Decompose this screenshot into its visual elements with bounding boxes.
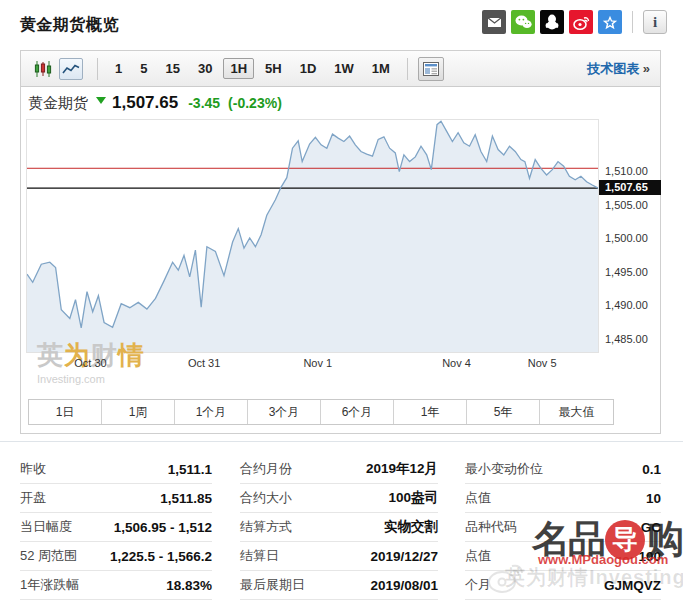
y-tick: 1,485.00	[605, 333, 648, 345]
stat-row: 点值10	[465, 484, 661, 513]
y-tick: 1,490.00	[605, 299, 648, 311]
stat-row: 昨收1,511.1	[20, 455, 212, 484]
stat-label: 结算日	[240, 547, 279, 565]
interval-15[interactable]: 15	[158, 58, 186, 79]
stat-value: GC	[641, 520, 661, 535]
stat-label: 合约月份	[240, 460, 292, 478]
interval-1W[interactable]: 1W	[327, 58, 361, 79]
info-button[interactable]: i	[643, 10, 667, 34]
range-5年[interactable]: 5年	[467, 400, 540, 424]
interval-1[interactable]: 1	[108, 58, 129, 79]
stat-value: 1,506.95 - 1,512	[114, 520, 212, 535]
stat-label: 点值	[465, 489, 491, 507]
stat-value: GJMQVZ	[604, 578, 661, 593]
technical-chart-label: 技术图表	[587, 61, 639, 76]
y-axis-labels: 1,510.001,505.001,500.001,495.001,490.00…	[599, 119, 661, 353]
price-change: -3.45	[188, 95, 220, 111]
x-tick: Nov 1	[303, 357, 332, 369]
last-price: 1,507.65	[112, 93, 178, 113]
stat-value: 1,511.1	[168, 462, 212, 477]
stat-label: 最后展期日	[240, 576, 305, 594]
qq-icon[interactable]	[540, 10, 564, 34]
stats-column-2: 合约月份2019年12月合约大小100盎司结算方式实物交割结算日2019/12/…	[240, 455, 438, 600]
range-1日[interactable]: 1日	[29, 400, 102, 424]
stat-label: 个月	[465, 576, 491, 594]
stat-value: 2019/08/01	[370, 578, 438, 593]
page-title: 黄金期货概览	[20, 15, 119, 36]
stat-label: 最小变动价位	[465, 460, 543, 478]
interval-1D[interactable]: 1D	[293, 58, 324, 79]
stat-label: 1年涨跌幅	[20, 576, 79, 594]
stat-label: 点值	[465, 547, 491, 565]
range-1年[interactable]: 1年	[394, 400, 467, 424]
x-tick: Oct 30	[74, 357, 106, 369]
interval-5[interactable]: 5	[133, 58, 154, 79]
divider	[632, 11, 633, 33]
stat-row: 1年涨跌幅18.83%	[20, 571, 212, 600]
interval-1M[interactable]: 1M	[365, 58, 397, 79]
stat-value: 1,511.85	[160, 491, 212, 506]
email-icon[interactable]	[482, 10, 506, 34]
stat-value: 0.1	[642, 462, 661, 477]
current-price-badge: 1,507.65	[599, 180, 661, 195]
price-down-arrow-icon	[96, 97, 106, 104]
candlestick-chart-icon[interactable]	[31, 58, 55, 80]
divider	[407, 58, 408, 80]
range-6个月[interactable]: 6个月	[321, 400, 394, 424]
page-header: 黄金期货概览 i	[20, 8, 667, 40]
interval-5H[interactable]: 5H	[258, 58, 289, 79]
page: { "page": { "title": "黄金期货概览" }, "share"…	[0, 0, 683, 603]
y-tick: 1,495.00	[605, 266, 648, 278]
y-tick: 1,510.00	[605, 165, 648, 177]
line-chart-icon[interactable]	[59, 58, 83, 80]
range-1周[interactable]: 1周	[102, 400, 175, 424]
news-panel-icon[interactable]	[418, 57, 444, 81]
stat-value: 100	[638, 549, 661, 564]
chevron-right-icon: »	[643, 61, 650, 76]
stat-value: 100盎司	[388, 489, 438, 507]
stat-value: 实物交割	[384, 518, 438, 536]
stat-label: 52 周范围	[20, 547, 77, 565]
stat-row: 最后展期日2019/08/01	[240, 571, 438, 600]
instrument-name: 黄金期货	[28, 94, 88, 113]
stat-label: 开盘	[20, 489, 46, 507]
chart-widget: 1515301H5H1D1W1M 技术图表 » 黄金期货 1,507.65 -3…	[20, 50, 661, 434]
range-1个月[interactable]: 1个月	[175, 400, 248, 424]
interval-1H[interactable]: 1H	[223, 58, 254, 79]
x-tick: Nov 5	[528, 357, 557, 369]
technical-chart-link[interactable]: 技术图表 »	[587, 60, 650, 78]
stat-value: 10	[646, 491, 661, 506]
x-tick: Nov 4	[442, 357, 471, 369]
stat-row: 合约大小100盎司	[240, 484, 438, 513]
range-3个月[interactable]: 3个月	[248, 400, 321, 424]
stats-column-1: 昨收1,511.1开盘1,511.85当日幅度1,506.95 - 1,5125…	[20, 455, 212, 600]
stat-value: 1,225.5 - 1,566.2	[110, 549, 212, 564]
interval-30[interactable]: 30	[191, 58, 219, 79]
range-buttons: 1日1周1个月3个月6个月1年5年最大值	[28, 399, 614, 425]
y-tick: 1,505.00	[605, 199, 648, 211]
wechat-icon[interactable]	[511, 10, 535, 34]
stat-row: 最小变动价位0.1	[465, 455, 661, 484]
stat-row: 52 周范围1,225.5 - 1,566.2	[20, 542, 212, 571]
range-最大值[interactable]: 最大值	[540, 400, 613, 424]
stat-row: 个月GJMQVZ	[465, 571, 661, 600]
y-tick: 1,500.00	[605, 232, 648, 244]
qzone-star-icon[interactable]	[598, 10, 622, 34]
price-change-percent: (-0.23%)	[228, 95, 282, 111]
share-buttons: i	[482, 10, 667, 34]
stat-value: 18.83%	[166, 578, 212, 593]
stat-row: 当日幅度1,506.95 - 1,512	[20, 513, 212, 542]
stat-label: 品种代码	[465, 518, 517, 536]
divider	[97, 58, 98, 80]
x-tick: Oct 31	[188, 357, 220, 369]
stat-label: 合约大小	[240, 489, 292, 507]
x-axis-labels: Oct 30Oct 31Nov 1Nov 4Nov 5	[26, 357, 599, 373]
stat-row: 合约月份2019年12月	[240, 455, 438, 484]
stat-value: 2019年12月	[366, 460, 438, 478]
weibo-icon[interactable]	[569, 10, 593, 34]
stat-row: 结算日2019/12/27	[240, 542, 438, 571]
stat-label: 结算方式	[240, 518, 292, 536]
price-chart[interactable]: 英为财情 Investing.com	[26, 119, 599, 353]
stats-column-3: 最小变动价位0.1点值10品种代码GC点值100个月GJMQVZ	[465, 455, 661, 600]
interval-buttons: 1515301H5H1D1W1M	[108, 58, 397, 79]
